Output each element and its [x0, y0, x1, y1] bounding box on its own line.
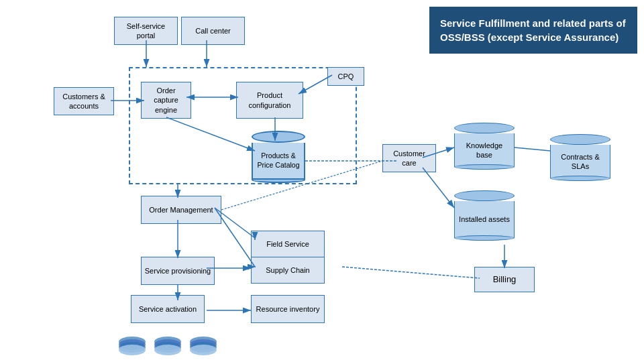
order-capture-engine-box: Order capture engine [141, 82, 191, 119]
header-title: Service Fulfillment and related parts of… [440, 17, 626, 43]
contracts-slas-cylinder: Contracts & SLAs [550, 134, 610, 181]
ia-cylinder-body: Installed assets [454, 201, 515, 238]
ia-cylinder-top [454, 190, 515, 201]
cs-cylinder-bottom [550, 176, 610, 181]
field-service-box: Field Service [251, 231, 325, 257]
svg-line-22 [342, 267, 480, 278]
products-price-catalog-cylinder: Products & Price Catalog [252, 131, 305, 183]
call-center-box: Call center [181, 17, 245, 45]
kb-cylinder-top [454, 123, 515, 133]
svg-point-34 [190, 345, 217, 355]
resource-inventory-box: Resource inventory [251, 295, 325, 323]
header-banner: Service Fulfillment and related parts of… [429, 7, 637, 54]
kb-cylinder-bottom [454, 164, 515, 170]
cs-cylinder-top [550, 134, 610, 145]
installed-assets-cylinder: Installed assets [454, 190, 515, 241]
cylinder-top [252, 131, 305, 143]
svg-line-35 [515, 147, 550, 151]
service-activation-box: Service activation [131, 295, 205, 323]
svg-line-19 [423, 168, 454, 208]
network-icon-1 [117, 334, 148, 361]
cpq-box: CPQ [327, 67, 364, 86]
ia-cylinder-bottom [454, 235, 515, 241]
kb-cylinder-body: Knowledge base [454, 133, 515, 167]
network-icon-3 [189, 334, 219, 361]
supply-chain-box: Supply Chain [251, 257, 325, 284]
svg-point-30 [154, 345, 181, 355]
knowledge-base-cylinder: Knowledge base [454, 123, 515, 170]
svg-point-26 [119, 345, 146, 355]
order-management-box: Order Management [141, 196, 221, 224]
product-configuration-box: Product configuration [236, 82, 303, 119]
customer-care-box: Customer care [382, 144, 436, 172]
billing-box: Billing [474, 267, 535, 292]
customers-accounts-box: Customers & accounts [54, 87, 114, 115]
cs-cylinder-body: Contracts & SLAs [550, 145, 610, 178]
cylinder-body: Products & Price Catalog [252, 143, 305, 180]
network-icon-2 [153, 334, 183, 361]
service-provisioning-box: Service provisioning [141, 257, 215, 285]
self-service-portal-box: Self-service portal [114, 17, 178, 45]
